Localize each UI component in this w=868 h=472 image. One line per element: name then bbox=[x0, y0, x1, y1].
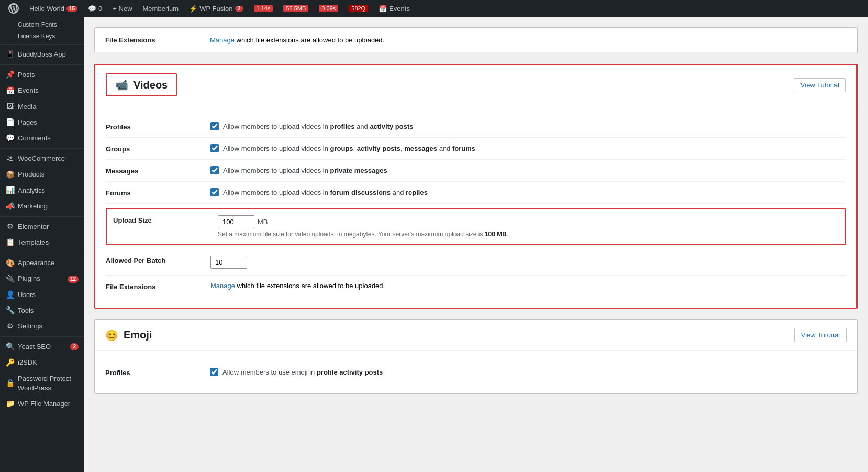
site-name: Hello World bbox=[29, 5, 64, 13]
sidebar-item-posts[interactable]: 📌 Posts bbox=[0, 67, 84, 83]
perf1-item: 1.14s bbox=[250, 0, 277, 17]
sidebar-item-pages[interactable]: 📄 Pages bbox=[0, 115, 84, 130]
sidebar-item-appearance[interactable]: 🎨 Appearance bbox=[0, 255, 84, 271]
products-icon: 📦 bbox=[5, 170, 15, 179]
i2sdk-icon: 🔑 bbox=[5, 358, 15, 367]
videos-groups-checkbox[interactable] bbox=[210, 144, 219, 152]
perf1-badge: 1.14s bbox=[254, 5, 273, 12]
upload-size-input[interactable] bbox=[218, 215, 254, 228]
events-icon: 📅 bbox=[379, 5, 387, 13]
events-item[interactable]: 📅 Events bbox=[374, 0, 414, 17]
videos-profiles-control: Allow members to upload videos in profil… bbox=[210, 122, 846, 130]
comments-item[interactable]: 💬 0 bbox=[84, 0, 106, 17]
videos-messages-row: Messages Allow members to upload videos … bbox=[106, 160, 846, 182]
memberium-item[interactable]: Memberium bbox=[139, 0, 183, 17]
videos-icon: 📹 bbox=[115, 79, 128, 91]
file-ext-top-manage-link[interactable]: Manage bbox=[210, 36, 235, 44]
comment-icon: 💬 bbox=[88, 5, 96, 13]
sidebar-item-media[interactable]: 🖼 Media bbox=[0, 99, 84, 115]
videos-profiles-checkbox[interactable] bbox=[210, 122, 219, 130]
sidebar-item-templates[interactable]: 📋 Templates bbox=[0, 235, 84, 250]
elementor-icon: ⚙ bbox=[5, 222, 15, 232]
allowed-per-batch-row: Allowed Per Batch bbox=[106, 249, 846, 276]
videos-forums-checkbox[interactable] bbox=[210, 188, 219, 196]
videos-forums-text: Allow members to upload videos in forum … bbox=[223, 189, 428, 196]
videos-groups-control: Allow members to upload videos in groups… bbox=[210, 144, 846, 152]
perf4-badge: 582Q bbox=[349, 5, 368, 12]
videos-messages-text: Allow members to upload videos in privat… bbox=[223, 167, 387, 174]
emoji-icon: 😊 bbox=[105, 329, 118, 342]
sidebar-item-yoast[interactable]: 🔍 Yoast SEO 2 bbox=[0, 339, 84, 355]
videos-groups-checkbox-label[interactable]: Allow members to upload videos in groups… bbox=[210, 144, 846, 152]
sidebar-item-custom-fonts[interactable]: Custom Fonts bbox=[0, 19, 84, 30]
file-ext-top-value: Manage which file extensions are allowed… bbox=[210, 36, 384, 44]
templates-icon: 📋 bbox=[5, 238, 15, 247]
marketing-icon: 📣 bbox=[5, 202, 15, 211]
sidebar-item-users[interactable]: 👤 Users bbox=[0, 287, 84, 303]
upload-size-control: MB Set a maximum file size for video upl… bbox=[218, 215, 839, 238]
file-ext-top-after: which file extensions are allowed to be … bbox=[237, 36, 385, 44]
site-count-badge: 15 bbox=[66, 6, 77, 12]
sidebar-item-elementor[interactable]: ⚙ Elementor bbox=[0, 219, 84, 235]
analytics-icon: 📊 bbox=[5, 186, 15, 195]
videos-profiles-checkbox-label[interactable]: Allow members to upload videos in profil… bbox=[210, 122, 846, 130]
emoji-card-body: Profiles Allow members to use emoji in p… bbox=[95, 351, 857, 393]
videos-profiles-text: Allow members to upload videos in profil… bbox=[223, 123, 413, 130]
videos-file-ext-after: which file extensions are allowed to be … bbox=[237, 282, 385, 290]
sidebar-divider-4 bbox=[0, 216, 84, 217]
sidebar-item-events[interactable]: 📅 Events bbox=[0, 83, 84, 98]
new-label: + New bbox=[113, 5, 132, 13]
sidebar-item-wp-file-manager[interactable]: 📁 WP File Manager bbox=[0, 396, 84, 412]
yoast-icon: 🔍 bbox=[5, 342, 15, 352]
site-name-item[interactable]: Hello World 15 bbox=[25, 0, 82, 17]
emoji-card-header: 😊 Emoji View Tutorial bbox=[95, 320, 857, 351]
emoji-profiles-checkbox[interactable] bbox=[210, 368, 218, 376]
allowed-per-batch-input[interactable] bbox=[210, 256, 247, 269]
sidebar-item-license-keys[interactable]: License Keys bbox=[0, 30, 84, 42]
sidebar-divider-6 bbox=[0, 336, 84, 337]
users-icon: 👤 bbox=[5, 290, 15, 300]
sidebar-item-marketing[interactable]: 📣 Marketing bbox=[0, 199, 84, 214]
videos-file-ext-row: File Extensions Manage which file extens… bbox=[106, 276, 846, 297]
sidebar-item-analytics[interactable]: 📊 Analytics bbox=[0, 183, 84, 199]
videos-card-header: 📹 Videos View Tutorial bbox=[95, 65, 856, 105]
sidebar-item-woocommerce[interactable]: 🛍 WooCommerce bbox=[0, 151, 84, 167]
wp-logo-item[interactable] bbox=[4, 0, 23, 17]
emoji-profiles-checkbox-label[interactable]: Allow members to use emoji in profile ac… bbox=[210, 368, 847, 376]
sidebar-item-comments[interactable]: 💬 Comments bbox=[0, 130, 84, 146]
sidebar-item-settings[interactable]: ⚙ Settings bbox=[0, 319, 84, 334]
wp-fusion-item[interactable]: ⚡ WP Fusion 2 bbox=[185, 0, 247, 17]
media-icon: 🖼 bbox=[5, 102, 15, 112]
memberium-label: Memberium bbox=[143, 5, 179, 13]
upload-size-description: Set a maximum file size for video upload… bbox=[218, 230, 839, 238]
sidebar-item-products[interactable]: 📦 Products bbox=[0, 167, 84, 182]
videos-groups-label: Groups bbox=[106, 144, 210, 153]
videos-view-tutorial-button[interactable]: View Tutorial bbox=[794, 78, 846, 92]
videos-forums-checkbox-label[interactable]: Allow members to upload videos in forum … bbox=[210, 188, 846, 196]
buddyboss-icon: 📱 bbox=[5, 50, 15, 59]
events-sidebar-icon: 📅 bbox=[5, 86, 15, 95]
sidebar-item-tools[interactable]: 🔧 Tools bbox=[0, 303, 84, 319]
videos-forums-label: Forums bbox=[106, 188, 210, 197]
sidebar-item-buddyboss-app[interactable]: 📱 BuddyBoss App bbox=[0, 47, 84, 62]
sidebar-divider-1 bbox=[0, 44, 84, 45]
events-label: Events bbox=[389, 5, 410, 13]
pages-icon: 📄 bbox=[5, 118, 15, 127]
woocommerce-icon: 🛍 bbox=[5, 154, 15, 163]
videos-messages-checkbox-label[interactable]: Allow members to upload videos in privat… bbox=[210, 166, 846, 174]
sidebar-item-i2sdk[interactable]: 🔑 i2SDK bbox=[0, 355, 84, 370]
new-item[interactable]: + New bbox=[108, 0, 136, 17]
sidebar-item-plugins[interactable]: 🔌 Plugins 12 bbox=[0, 271, 84, 287]
upload-size-inner: Upload Size MB Set a maximum file size f… bbox=[113, 215, 839, 238]
videos-messages-checkbox[interactable] bbox=[210, 166, 219, 174]
emoji-profiles-control: Allow members to use emoji in profile ac… bbox=[210, 368, 847, 376]
sidebar-item-password-protect[interactable]: 🔒 Password Protect WordPress bbox=[0, 371, 84, 396]
videos-file-ext-manage-link[interactable]: Manage bbox=[210, 282, 235, 290]
emoji-view-tutorial-button[interactable]: View Tutorial bbox=[794, 328, 847, 342]
videos-messages-control: Allow members to upload videos in privat… bbox=[210, 166, 846, 174]
plugins-icon: 🔌 bbox=[5, 275, 15, 284]
main-content: File Extensions Manage which file extens… bbox=[84, 17, 868, 472]
file-extensions-top-card: File Extensions Manage which file extens… bbox=[94, 27, 858, 53]
emoji-profiles-text: Allow members to use emoji in profile ac… bbox=[222, 368, 383, 376]
wp-fusion-icon: ⚡ bbox=[189, 5, 197, 13]
